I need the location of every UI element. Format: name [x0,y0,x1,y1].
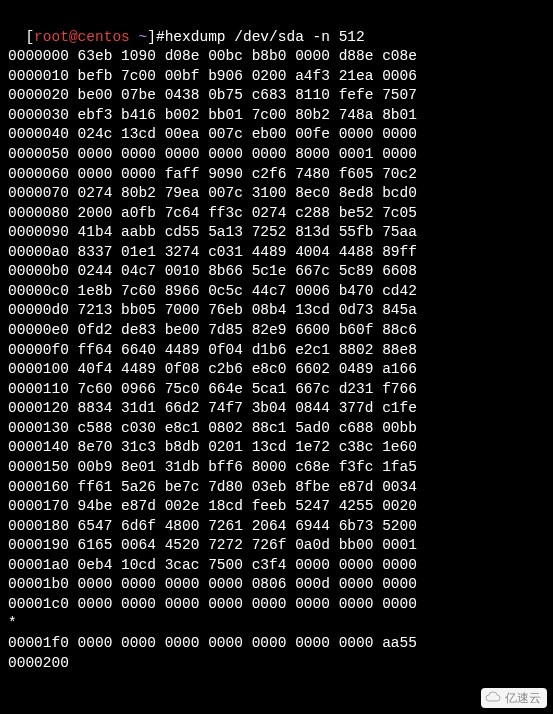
watermark-badge: 亿速云 [481,688,547,708]
hex-line: 0000170 94be e87d 002e 18cd feeb 5247 42… [8,497,545,517]
hex-line: 0000050 0000 0000 0000 0000 0000 8000 00… [8,145,545,165]
hex-line: 00000b0 0244 04c7 0010 8b66 5c1e 667c 5c… [8,262,545,282]
prompt-space [130,29,139,45]
hex-line: 00000d0 7213 bb05 7000 76eb 08b4 13cd 0d… [8,301,545,321]
hex-line: 00001a0 0eb4 10cd 3cac 7500 c3f4 0000 00… [8,556,545,576]
hex-line: 0000030 ebf3 b416 b002 bb01 7c00 80b2 74… [8,106,545,126]
hex-line: 0000120 8834 31d1 66d2 74f7 3b04 0844 37… [8,399,545,419]
hex-line: 00001b0 0000 0000 0000 0000 0806 000d 00… [8,575,545,595]
hex-line: 0000200 [8,654,545,674]
hex-line: 0000160 ff61 5a26 be7c 7d80 03eb 8fbe e8… [8,478,545,498]
hex-line: 0000190 6165 0064 4520 7272 726f 0a0d bb… [8,536,545,556]
prompt-close-bracket: ] [147,29,156,45]
hex-line: * [8,614,545,634]
hex-line: 0000000 63eb 1090 d08e 00bc b8b0 0000 d8… [8,47,545,67]
hex-line: 00001c0 0000 0000 0000 0000 0000 0000 00… [8,595,545,615]
cloud-icon [485,690,501,704]
hex-line: 0000070 0274 80b2 79ea 007c 3100 8ec0 8e… [8,184,545,204]
hex-line: 0000100 40f4 4489 0f08 c2b6 e8c0 6602 04… [8,360,545,380]
prompt-hash: # [156,29,165,45]
command-text: hexdump /dev/sda -n 512 [165,29,365,45]
hex-line: 0000150 00b9 8e01 31db bff6 8000 c68e f3… [8,458,545,478]
hex-line: 0000090 41b4 aabb cd55 5a13 7252 813d 55… [8,223,545,243]
hex-line: 0000140 8e70 31c3 b8db 0201 13cd 1e72 c3… [8,438,545,458]
hexdump-output: 0000000 63eb 1090 d08e 00bc b8b0 0000 d8… [8,47,545,673]
hex-line: 0000110 7c60 0966 75c0 664e 5ca1 667c d2… [8,380,545,400]
watermark-text: 亿速云 [505,691,541,705]
hex-line: 0000060 0000 0000 faff 9090 c2f6 7480 f6… [8,165,545,185]
prompt-open-bracket: [ [25,29,34,45]
hex-line: 0000040 024c 13cd 00ea 007c eb00 00fe 00… [8,125,545,145]
hex-line: 00000f0 ff64 6640 4489 0f04 d1b6 e2c1 88… [8,341,545,361]
hex-line: 00000a0 8337 01e1 3274 c031 4489 4004 44… [8,243,545,263]
hex-line: 0000180 6547 6d6f 4800 7261 2064 6944 6b… [8,517,545,537]
prompt-cwd: ~ [139,29,148,45]
hex-line: 0000020 be00 07be 0438 0b75 c683 8110 fe… [8,86,545,106]
prompt-user-host: root@centos [34,29,130,45]
hex-line: 0000130 c588 c030 e8c1 0802 88c1 5ad0 c6… [8,419,545,439]
shell-prompt[interactable]: [root@centos ~]#hexdump /dev/sda -n 512 [8,8,545,47]
hex-line: 0000080 2000 a0fb 7c64 ff3c 0274 c288 be… [8,204,545,224]
hex-line: 00001f0 0000 0000 0000 0000 0000 0000 00… [8,634,545,654]
hex-line: 0000010 befb 7c00 00bf b906 0200 a4f3 21… [8,67,545,87]
hex-line: 00000e0 0fd2 de83 be00 7d85 82e9 6600 b6… [8,321,545,341]
hex-line: 00000c0 1e8b 7c60 8966 0c5c 44c7 0006 b4… [8,282,545,302]
